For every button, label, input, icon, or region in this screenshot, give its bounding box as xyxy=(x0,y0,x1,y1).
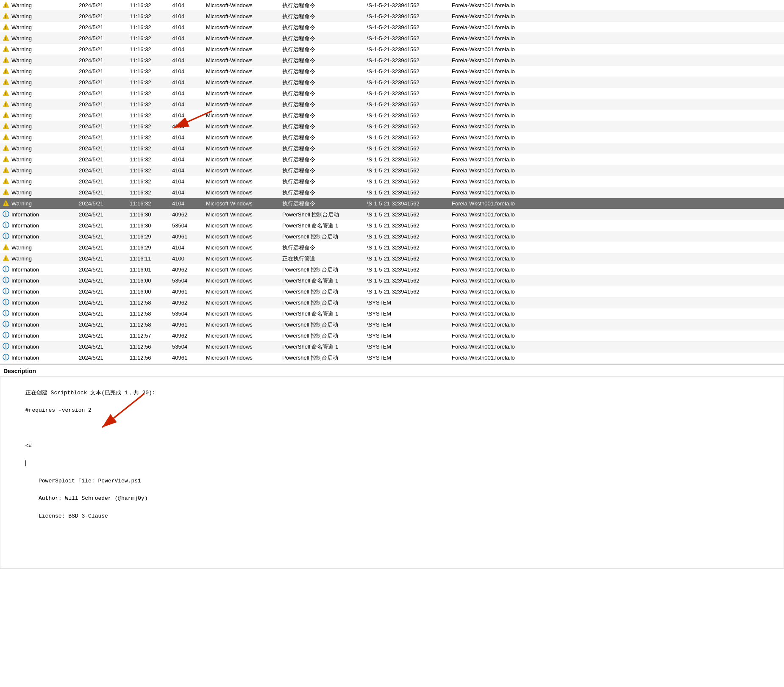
table-row[interactable]: ! Warning2024/5/2111:16:324104Microsoft-… xyxy=(0,154,784,165)
table-row[interactable]: ! Warning2024/5/2111:16:324104Microsoft-… xyxy=(0,55,784,66)
table-row[interactable]: ! Warning2024/5/2111:16:324104Microsoft-… xyxy=(0,165,784,176)
task-cell: 执行远程命令 xyxy=(280,44,364,55)
table-row[interactable]: i Information2024/5/2111:16:2940961Micro… xyxy=(0,231,784,242)
level-label: Warning xyxy=(11,68,32,75)
info-icon: i xyxy=(3,266,9,274)
svg-text:!: ! xyxy=(6,3,7,8)
table-row[interactable]: ! Warning2024/5/2111:16:324104Microsoft-… xyxy=(0,44,784,55)
event-id-cell: 4104 xyxy=(170,165,203,176)
table-row[interactable]: i Information2024/5/2111:16:3040962Micro… xyxy=(0,209,784,220)
sid-cell: \S-1-5-21-323941562 xyxy=(364,264,449,275)
svg-text:i: i xyxy=(6,234,7,238)
warning-icon: ! xyxy=(3,155,9,163)
source-cell: Microsoft-Windows xyxy=(203,11,280,22)
table-row[interactable]: i Information2024/5/2111:12:5740962Micro… xyxy=(0,330,784,341)
date-cell: 2024/5/21 xyxy=(76,319,127,330)
table-row[interactable]: ! Warning2024/5/2111:16:324104Microsoft-… xyxy=(0,187,784,198)
table-row[interactable]: i Information2024/5/2111:12:5840962Micro… xyxy=(0,297,784,308)
table-row[interactable]: ! Warning2024/5/2111:16:324104Microsoft-… xyxy=(0,143,784,154)
sid-cell: \S-1-5-21-323941562 xyxy=(364,143,449,154)
time-cell: 11:16:32 xyxy=(127,44,170,55)
table-row[interactable]: ! Warning2024/5/2111:16:324104Microsoft-… xyxy=(0,77,784,88)
table-row[interactable]: i Information2024/5/2111:12:5853504Micro… xyxy=(0,308,784,319)
date-cell: 2024/5/21 xyxy=(76,22,127,33)
level-cell: i Information xyxy=(0,231,76,242)
description-text-line4: PowerSploit File: PowerView.ps1 xyxy=(25,478,141,484)
date-cell: 2024/5/21 xyxy=(76,165,127,176)
table-row[interactable]: ! Warning2024/5/2111:16:324104Microsoft-… xyxy=(0,132,784,143)
table-row[interactable]: ! Warning2024/5/2111:16:324104Microsoft-… xyxy=(0,0,784,11)
table-row[interactable]: i Information2024/5/2111:16:0040961Micro… xyxy=(0,286,784,297)
event-id-cell: 53504 xyxy=(170,275,203,286)
level-label: Information xyxy=(11,310,39,317)
sid-cell: \S-1-5-21-323941562 xyxy=(364,132,449,143)
sid-cell: \S-1-5-21-323941562 xyxy=(364,44,449,55)
computer-cell: Forela-Wkstn001.forela.lo xyxy=(449,231,784,242)
time-cell: 11:16:30 xyxy=(127,209,170,220)
table-row[interactable]: ! Warning2024/5/2111:16:324104Microsoft-… xyxy=(0,22,784,33)
event-id-cell: 4104 xyxy=(170,33,203,44)
computer-cell: Forela-Wkstn001.forela.lo xyxy=(449,242,784,253)
event-id-cell: 4104 xyxy=(170,121,203,132)
table-row[interactable]: ! Warning2024/5/2111:16:324104Microsoft-… xyxy=(0,11,784,22)
event-id-cell: 40961 xyxy=(170,286,203,297)
time-cell: 11:12:56 xyxy=(127,341,170,352)
table-row[interactable]: ! Warning2024/5/2111:16:324104Microsoft-… xyxy=(0,110,784,121)
level-label: Warning xyxy=(11,244,32,251)
table-row[interactable]: i Information2024/5/2111:16:3053504Micro… xyxy=(0,220,784,231)
table-row[interactable]: ! Warning2024/5/2111:16:324104Microsoft-… xyxy=(0,176,784,187)
task-cell: 执行远程命令 xyxy=(280,0,364,11)
task-cell: 执行远程命令 xyxy=(280,77,364,88)
svg-line-69 xyxy=(102,393,145,427)
source-cell: Microsoft-Windows xyxy=(203,231,280,242)
table-row[interactable]: ! Warning2024/5/2111:16:324104Microsoft-… xyxy=(0,33,784,44)
computer-cell: Forela-Wkstn001.forela.lo xyxy=(449,341,784,352)
date-cell: 2024/5/21 xyxy=(76,308,127,319)
table-row[interactable]: ! Warning2024/5/2111:16:324104Microsoft-… xyxy=(0,88,784,99)
date-cell: 2024/5/21 xyxy=(76,264,127,275)
warning-icon: ! xyxy=(3,67,9,75)
level-cell: ! Warning xyxy=(0,33,76,44)
table-row[interactable]: ! Warning2024/5/2111:16:324104Microsoft-… xyxy=(0,121,784,132)
time-cell: 11:16:30 xyxy=(127,220,170,231)
description-text-line5: Author: Will Schroeder (@harmj0y) xyxy=(25,495,148,501)
event-log-container: ! Warning2024/5/2111:16:324104Microsoft-… xyxy=(0,0,784,569)
table-row[interactable]: ! Warning2024/5/2111:16:324104Microsoft-… xyxy=(0,99,784,110)
warning-icon: ! xyxy=(3,89,9,97)
text-cursor xyxy=(25,460,26,466)
table-row[interactable]: i Information2024/5/2111:12:5640961Micro… xyxy=(0,352,784,363)
event-id-cell: 40962 xyxy=(170,297,203,308)
task-cell: 执行远程命令 xyxy=(280,187,364,198)
level-label: Warning xyxy=(11,24,32,30)
source-cell: Microsoft-Windows xyxy=(203,253,280,264)
event-id-cell: 40962 xyxy=(170,209,203,220)
table-row[interactable]: ! Warning2024/5/2111:16:324104Microsoft-… xyxy=(0,198,784,209)
computer-cell: Forela-Wkstn001.forela.lo xyxy=(449,187,784,198)
sid-cell: \SYSTEM xyxy=(364,308,449,319)
sid-cell: \S-1-5-21-323941562 xyxy=(364,22,449,33)
time-cell: 11:16:32 xyxy=(127,33,170,44)
table-row[interactable]: ! Warning2024/5/2111:16:324104Microsoft-… xyxy=(0,66,784,77)
computer-cell: Forela-Wkstn001.forela.lo xyxy=(449,55,784,66)
table-row[interactable]: i Information2024/5/2111:12:5840961Micro… xyxy=(0,319,784,330)
time-cell: 11:16:32 xyxy=(127,165,170,176)
level-cell: ! Warning xyxy=(0,66,76,77)
source-cell: Microsoft-Windows xyxy=(203,220,280,231)
warning-icon: ! xyxy=(3,56,9,64)
table-row[interactable]: i Information2024/5/2111:12:5653504Micro… xyxy=(0,341,784,352)
level-label: Information xyxy=(11,332,39,339)
level-cell: i Information xyxy=(0,297,76,308)
date-cell: 2024/5/21 xyxy=(76,209,127,220)
sid-cell: \SYSTEM xyxy=(364,341,449,352)
level-cell: ! Warning xyxy=(0,187,76,198)
table-row[interactable]: i Information2024/5/2111:16:0140962Micro… xyxy=(0,264,784,275)
table-row[interactable]: ! Warning2024/5/2111:16:294104Microsoft-… xyxy=(0,242,784,253)
table-row[interactable]: i Information2024/5/2111:16:0053504Micro… xyxy=(0,275,784,286)
warning-icon: ! xyxy=(3,45,9,53)
description-body[interactable]: 正在创建 Scriptblock 文本(已完成 1，共 20): #requir… xyxy=(0,376,784,569)
date-cell: 2024/5/21 xyxy=(76,99,127,110)
table-row[interactable]: ! Warning2024/5/2111:16:114100Microsoft-… xyxy=(0,253,784,264)
level-cell: ! Warning xyxy=(0,121,76,132)
sid-cell: \S-1-5-21-323941562 xyxy=(364,220,449,231)
event-id-cell: 4104 xyxy=(170,154,203,165)
